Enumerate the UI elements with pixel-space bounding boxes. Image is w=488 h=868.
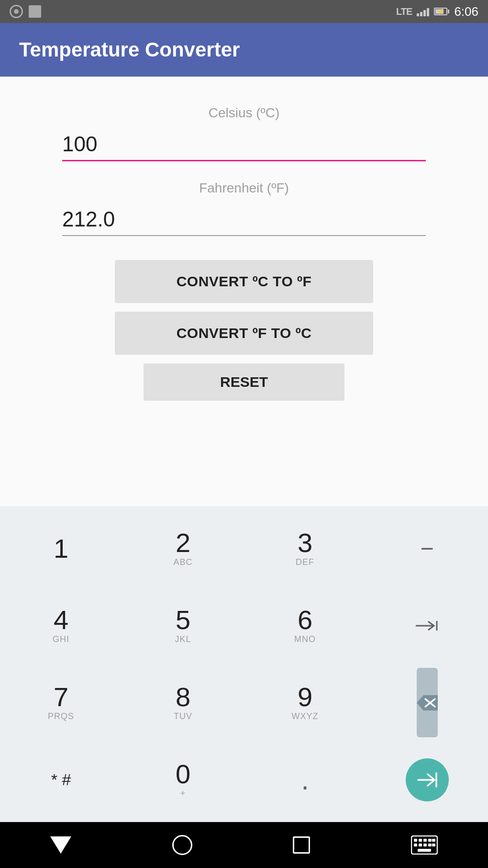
convert-c-to-f-button[interactable]: CONVERT ºC TO ºF [115, 260, 373, 303]
key-4[interactable]: 4 GHI [0, 587, 122, 664]
svg-rect-15 [423, 844, 427, 846]
svg-rect-13 [414, 844, 417, 846]
status-time: 6:06 [454, 4, 478, 19]
key-tab[interactable] [366, 587, 488, 664]
svg-rect-12 [432, 839, 435, 842]
lte-indicator: LTE [396, 6, 412, 17]
svg-marker-2 [417, 695, 438, 710]
svg-rect-8 [414, 839, 417, 842]
svg-rect-16 [428, 844, 432, 846]
tab-icon [415, 619, 440, 633]
key-star-hash[interactable]: * # [0, 741, 122, 818]
status-bar-left [10, 5, 41, 18]
key-go[interactable] [366, 741, 488, 818]
svg-rect-11 [428, 839, 432, 842]
svg-rect-18 [418, 849, 431, 852]
keyboard-row-3: 7 PRQS 8 TUV 9 WXYZ [0, 664, 488, 741]
svg-rect-10 [423, 839, 427, 842]
nav-keyboard-button[interactable] [411, 835, 438, 855]
key-2[interactable]: 2 ABC [122, 510, 244, 587]
key-dot[interactable]: . [244, 741, 366, 818]
main-content: Celsius (ºC) Fahrenheit (ºF) CONVERT ºC … [0, 77, 488, 506]
key-8[interactable]: 8 TUV [122, 664, 244, 741]
battery-icon: ⚡ [434, 8, 449, 15]
keyboard-icon [411, 835, 438, 855]
svg-rect-17 [432, 844, 435, 846]
keyboard-row-4: * # 0 + . [0, 741, 488, 818]
backspace-icon [417, 668, 438, 737]
key-minus[interactable]: − [366, 510, 488, 587]
key-3[interactable]: 3 DEF [244, 510, 366, 587]
record-icon [10, 5, 23, 18]
reset-button[interactable]: RESET [144, 363, 344, 401]
nav-home-button[interactable] [172, 835, 192, 855]
key-9[interactable]: 9 WXYZ [244, 664, 366, 741]
signal-bars [417, 7, 429, 16]
nav-recents-button[interactable] [293, 836, 310, 854]
app-bar: Temperature Converter [0, 23, 488, 77]
key-backspace[interactable] [366, 664, 488, 741]
svg-rect-9 [419, 839, 422, 842]
go-button [406, 758, 449, 801]
app-title: Temperature Converter [19, 38, 240, 61]
go-arrow-icon [416, 771, 438, 789]
buttons-group: CONVERT ºC TO ºF CONVERT ºF TO ºC RESET [62, 260, 426, 401]
key-7[interactable]: 7 PRQS [0, 664, 122, 741]
keyboard-row-1: 1 2 ABC 3 DEF − [0, 510, 488, 587]
key-6[interactable]: 6 MNO [244, 587, 366, 664]
key-5[interactable]: 5 JKL [122, 587, 244, 664]
nav-bar [0, 822, 488, 868]
convert-f-to-c-button[interactable]: CONVERT ºF TO ºC [115, 312, 373, 355]
key-0[interactable]: 0 + [122, 741, 244, 818]
fahrenheit-input-wrapper [62, 203, 426, 236]
celsius-label: Celsius (ºC) [209, 105, 280, 121]
celsius-input[interactable] [62, 128, 426, 161]
keyboard: 1 2 ABC 3 DEF − 4 GHI 5 JKL 6 MNO [0, 506, 488, 822]
fahrenheit-field-group: Fahrenheit (ºF) [62, 180, 426, 236]
status-bar: LTE ⚡ 6:06 [0, 0, 488, 23]
celsius-input-wrapper [62, 128, 426, 161]
status-bar-right: LTE ⚡ 6:06 [396, 4, 478, 19]
nav-back-button[interactable] [50, 836, 71, 854]
fahrenheit-input[interactable] [62, 203, 426, 236]
fahrenheit-label: Fahrenheit (ºF) [199, 180, 289, 196]
keyboard-row-2: 4 GHI 5 JKL 6 MNO [0, 587, 488, 664]
svg-rect-14 [419, 844, 422, 846]
sim-icon [29, 5, 41, 18]
celsius-field-group: Celsius (ºC) [62, 105, 426, 161]
key-1[interactable]: 1 [0, 510, 122, 587]
